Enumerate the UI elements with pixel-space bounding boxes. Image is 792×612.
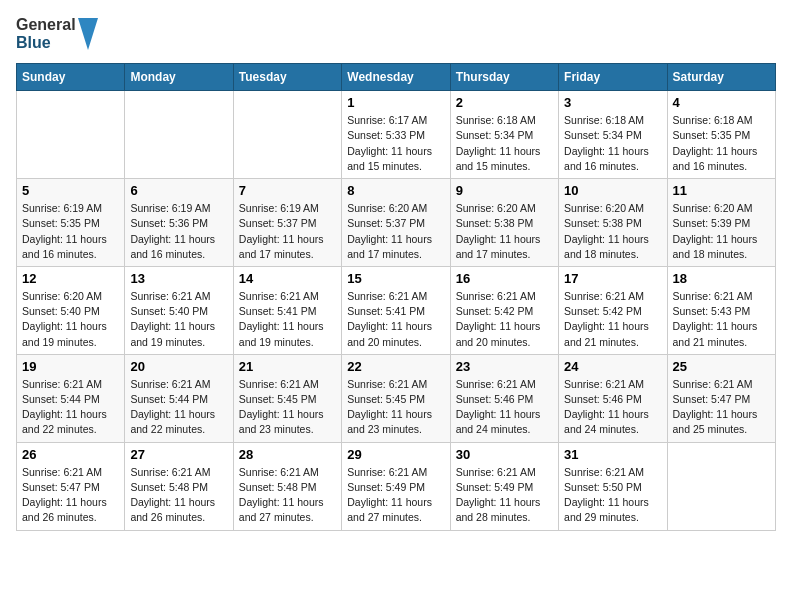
day-cell: 17Sunrise: 6:21 AM Sunset: 5:42 PM Dayli… xyxy=(559,266,667,354)
day-number: 2 xyxy=(456,95,553,110)
logo-blue: Blue xyxy=(16,34,76,52)
day-info: Sunrise: 6:21 AM Sunset: 5:42 PM Dayligh… xyxy=(564,289,661,350)
day-cell: 27Sunrise: 6:21 AM Sunset: 5:48 PM Dayli… xyxy=(125,442,233,530)
day-info: Sunrise: 6:19 AM Sunset: 5:35 PM Dayligh… xyxy=(22,201,119,262)
day-cell xyxy=(125,91,233,179)
header-saturday: Saturday xyxy=(667,64,775,91)
day-info: Sunrise: 6:21 AM Sunset: 5:50 PM Dayligh… xyxy=(564,465,661,526)
day-info: Sunrise: 6:17 AM Sunset: 5:33 PM Dayligh… xyxy=(347,113,444,174)
day-cell: 13Sunrise: 6:21 AM Sunset: 5:40 PM Dayli… xyxy=(125,266,233,354)
day-info: Sunrise: 6:21 AM Sunset: 5:42 PM Dayligh… xyxy=(456,289,553,350)
day-number: 11 xyxy=(673,183,770,198)
week-row-1: 1Sunrise: 6:17 AM Sunset: 5:33 PM Daylig… xyxy=(17,91,776,179)
day-number: 16 xyxy=(456,271,553,286)
day-cell: 23Sunrise: 6:21 AM Sunset: 5:46 PM Dayli… xyxy=(450,354,558,442)
day-number: 6 xyxy=(130,183,227,198)
day-cell: 3Sunrise: 6:18 AM Sunset: 5:34 PM Daylig… xyxy=(559,91,667,179)
svg-marker-0 xyxy=(78,18,98,50)
day-cell: 28Sunrise: 6:21 AM Sunset: 5:48 PM Dayli… xyxy=(233,442,341,530)
day-number: 28 xyxy=(239,447,336,462)
day-cell xyxy=(17,91,125,179)
day-number: 10 xyxy=(564,183,661,198)
day-info: Sunrise: 6:20 AM Sunset: 5:38 PM Dayligh… xyxy=(456,201,553,262)
day-cell: 2Sunrise: 6:18 AM Sunset: 5:34 PM Daylig… xyxy=(450,91,558,179)
day-info: Sunrise: 6:21 AM Sunset: 5:49 PM Dayligh… xyxy=(347,465,444,526)
day-cell: 21Sunrise: 6:21 AM Sunset: 5:45 PM Dayli… xyxy=(233,354,341,442)
calendar-table: SundayMondayTuesdayWednesdayThursdayFrid… xyxy=(16,63,776,530)
day-cell: 18Sunrise: 6:21 AM Sunset: 5:43 PM Dayli… xyxy=(667,266,775,354)
week-row-4: 19Sunrise: 6:21 AM Sunset: 5:44 PM Dayli… xyxy=(17,354,776,442)
day-number: 20 xyxy=(130,359,227,374)
header-friday: Friday xyxy=(559,64,667,91)
logo-text: General Blue xyxy=(16,16,76,51)
day-number: 22 xyxy=(347,359,444,374)
day-number: 29 xyxy=(347,447,444,462)
day-number: 19 xyxy=(22,359,119,374)
day-cell: 26Sunrise: 6:21 AM Sunset: 5:47 PM Dayli… xyxy=(17,442,125,530)
day-cell: 8Sunrise: 6:20 AM Sunset: 5:37 PM Daylig… xyxy=(342,179,450,267)
week-row-2: 5Sunrise: 6:19 AM Sunset: 5:35 PM Daylig… xyxy=(17,179,776,267)
day-number: 3 xyxy=(564,95,661,110)
day-info: Sunrise: 6:21 AM Sunset: 5:45 PM Dayligh… xyxy=(239,377,336,438)
day-number: 12 xyxy=(22,271,119,286)
day-info: Sunrise: 6:21 AM Sunset: 5:49 PM Dayligh… xyxy=(456,465,553,526)
day-number: 1 xyxy=(347,95,444,110)
day-number: 26 xyxy=(22,447,119,462)
day-cell: 12Sunrise: 6:20 AM Sunset: 5:40 PM Dayli… xyxy=(17,266,125,354)
day-info: Sunrise: 6:20 AM Sunset: 5:40 PM Dayligh… xyxy=(22,289,119,350)
day-cell: 24Sunrise: 6:21 AM Sunset: 5:46 PM Dayli… xyxy=(559,354,667,442)
days-header-row: SundayMondayTuesdayWednesdayThursdayFrid… xyxy=(17,64,776,91)
day-number: 27 xyxy=(130,447,227,462)
header-monday: Monday xyxy=(125,64,233,91)
day-info: Sunrise: 6:21 AM Sunset: 5:46 PM Dayligh… xyxy=(456,377,553,438)
day-info: Sunrise: 6:21 AM Sunset: 5:40 PM Dayligh… xyxy=(130,289,227,350)
day-number: 13 xyxy=(130,271,227,286)
day-cell: 4Sunrise: 6:18 AM Sunset: 5:35 PM Daylig… xyxy=(667,91,775,179)
day-number: 5 xyxy=(22,183,119,198)
day-info: Sunrise: 6:21 AM Sunset: 5:47 PM Dayligh… xyxy=(673,377,770,438)
day-cell: 22Sunrise: 6:21 AM Sunset: 5:45 PM Dayli… xyxy=(342,354,450,442)
day-cell: 6Sunrise: 6:19 AM Sunset: 5:36 PM Daylig… xyxy=(125,179,233,267)
day-info: Sunrise: 6:21 AM Sunset: 5:48 PM Dayligh… xyxy=(239,465,336,526)
day-cell: 29Sunrise: 6:21 AM Sunset: 5:49 PM Dayli… xyxy=(342,442,450,530)
day-cell: 11Sunrise: 6:20 AM Sunset: 5:39 PM Dayli… xyxy=(667,179,775,267)
logo-triangle-icon xyxy=(78,18,98,50)
day-cell: 10Sunrise: 6:20 AM Sunset: 5:38 PM Dayli… xyxy=(559,179,667,267)
day-info: Sunrise: 6:21 AM Sunset: 5:41 PM Dayligh… xyxy=(347,289,444,350)
day-cell: 1Sunrise: 6:17 AM Sunset: 5:33 PM Daylig… xyxy=(342,91,450,179)
day-cell: 20Sunrise: 6:21 AM Sunset: 5:44 PM Dayli… xyxy=(125,354,233,442)
day-info: Sunrise: 6:19 AM Sunset: 5:37 PM Dayligh… xyxy=(239,201,336,262)
day-number: 24 xyxy=(564,359,661,374)
day-info: Sunrise: 6:19 AM Sunset: 5:36 PM Dayligh… xyxy=(130,201,227,262)
day-cell: 14Sunrise: 6:21 AM Sunset: 5:41 PM Dayli… xyxy=(233,266,341,354)
day-number: 4 xyxy=(673,95,770,110)
day-number: 15 xyxy=(347,271,444,286)
day-number: 25 xyxy=(673,359,770,374)
day-info: Sunrise: 6:21 AM Sunset: 5:41 PM Dayligh… xyxy=(239,289,336,350)
logo-general: General xyxy=(16,16,76,34)
day-number: 21 xyxy=(239,359,336,374)
week-row-5: 26Sunrise: 6:21 AM Sunset: 5:47 PM Dayli… xyxy=(17,442,776,530)
day-info: Sunrise: 6:21 AM Sunset: 5:47 PM Dayligh… xyxy=(22,465,119,526)
day-number: 8 xyxy=(347,183,444,198)
week-row-3: 12Sunrise: 6:20 AM Sunset: 5:40 PM Dayli… xyxy=(17,266,776,354)
day-info: Sunrise: 6:20 AM Sunset: 5:37 PM Dayligh… xyxy=(347,201,444,262)
day-info: Sunrise: 6:18 AM Sunset: 5:35 PM Dayligh… xyxy=(673,113,770,174)
day-info: Sunrise: 6:20 AM Sunset: 5:39 PM Dayligh… xyxy=(673,201,770,262)
day-cell: 15Sunrise: 6:21 AM Sunset: 5:41 PM Dayli… xyxy=(342,266,450,354)
day-info: Sunrise: 6:21 AM Sunset: 5:44 PM Dayligh… xyxy=(22,377,119,438)
day-number: 14 xyxy=(239,271,336,286)
day-cell: 16Sunrise: 6:21 AM Sunset: 5:42 PM Dayli… xyxy=(450,266,558,354)
day-info: Sunrise: 6:21 AM Sunset: 5:45 PM Dayligh… xyxy=(347,377,444,438)
day-cell: 31Sunrise: 6:21 AM Sunset: 5:50 PM Dayli… xyxy=(559,442,667,530)
day-cell: 9Sunrise: 6:20 AM Sunset: 5:38 PM Daylig… xyxy=(450,179,558,267)
day-cell: 19Sunrise: 6:21 AM Sunset: 5:44 PM Dayli… xyxy=(17,354,125,442)
day-number: 17 xyxy=(564,271,661,286)
day-info: Sunrise: 6:21 AM Sunset: 5:48 PM Dayligh… xyxy=(130,465,227,526)
day-info: Sunrise: 6:21 AM Sunset: 5:44 PM Dayligh… xyxy=(130,377,227,438)
header-wednesday: Wednesday xyxy=(342,64,450,91)
day-cell xyxy=(667,442,775,530)
day-cell: 5Sunrise: 6:19 AM Sunset: 5:35 PM Daylig… xyxy=(17,179,125,267)
day-number: 18 xyxy=(673,271,770,286)
day-cell: 30Sunrise: 6:21 AM Sunset: 5:49 PM Dayli… xyxy=(450,442,558,530)
